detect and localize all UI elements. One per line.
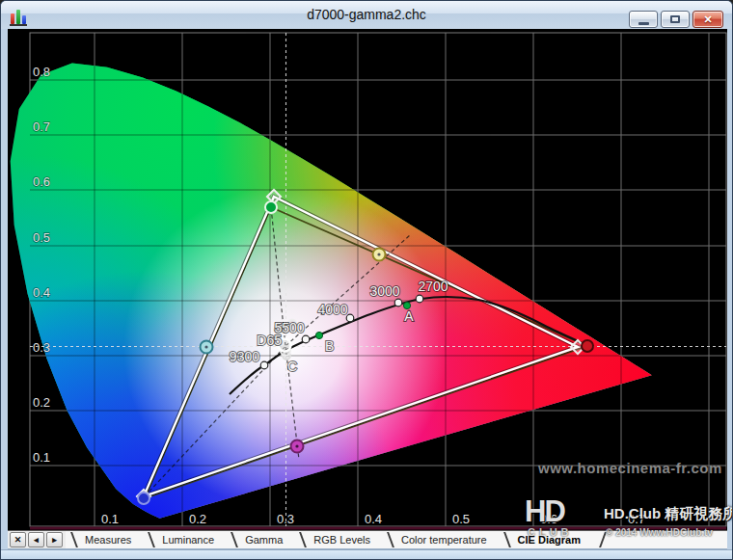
close-icon: ✕ — [693, 12, 722, 28]
minimize-button[interactable] — [629, 11, 658, 28]
svg-text:0.5: 0.5 — [452, 512, 470, 526]
svg-text:0.1: 0.1 — [33, 450, 50, 465]
tabbar-scroll-left-button[interactable]: ◂ — [28, 532, 44, 547]
window-title: d7000-gamma2.chc — [1, 1, 732, 29]
status-bar — [1, 549, 732, 560]
svg-text:9300: 9300 — [230, 349, 259, 364]
tab-gamma[interactable]: Gamma — [235, 531, 294, 548]
svg-text:0.4: 0.4 — [33, 285, 50, 300]
svg-text:0.1: 0.1 — [101, 512, 119, 526]
cie-diagram: 9300 D65 5500 4000 3000 2700 A B C 0.8 0… — [8, 29, 727, 530]
svg-text:2700: 2700 — [418, 279, 448, 294]
tab-luminance[interactable]: Luminance — [152, 531, 226, 548]
svg-text:0.4: 0.4 — [365, 512, 382, 526]
svg-text:0.3: 0.3 — [33, 340, 50, 355]
bottom-tab-bar: ✕ ◂ ▸ Measures Luminance Gamma RGB Level… — [8, 530, 727, 549]
blue-primary-marker — [138, 493, 149, 504]
close-button[interactable]: ✕ — [692, 11, 723, 28]
cie-chart-panel: 9300 D65 5500 4000 3000 2700 A B C 0.8 0… — [8, 29, 727, 530]
svg-text:0.5: 0.5 — [33, 230, 50, 245]
tab-strip: Measures Luminance Gamma RGB Levels Colo… — [66, 531, 727, 548]
tab-measures[interactable]: Measures — [75, 531, 143, 548]
svg-text:C: C — [287, 359, 297, 374]
svg-text:0.8: 0.8 — [33, 65, 50, 79]
svg-text:4000: 4000 — [317, 302, 347, 317]
tab-cie-diagram[interactable]: CIE Diagram — [508, 531, 592, 548]
tab-divider-end — [599, 532, 607, 547]
svg-text:B: B — [325, 338, 334, 354]
svg-text:0.2: 0.2 — [33, 395, 50, 410]
svg-text:0.7: 0.7 — [628, 512, 645, 526]
tab-color-temperature[interactable]: Color temperature — [392, 531, 499, 548]
app-window: d7000-gamma2.chc ✕ — [0, 0, 733, 560]
tabbar-scroll-right-button[interactable]: ▸ — [46, 532, 63, 547]
tab-nav-buttons: ✕ ◂ ▸ — [8, 531, 66, 548]
title-bar[interactable]: d7000-gamma2.chc ✕ — [1, 1, 732, 29]
maximize-icon — [670, 15, 680, 23]
homecinema-watermark: www.homecinema-fr.com — [537, 460, 722, 476]
svg-text:A: A — [404, 308, 414, 324]
svg-text:0.7: 0.7 — [33, 120, 50, 134]
svg-text:3000: 3000 — [369, 283, 399, 299]
svg-text:5500: 5500 — [274, 320, 304, 335]
tab-rgb-levels[interactable]: RGB Levels — [304, 531, 382, 548]
tabbar-close-button[interactable]: ✕ — [10, 532, 26, 547]
minimize-icon — [638, 22, 649, 25]
green-primary-marker — [265, 201, 277, 213]
maximize-button[interactable] — [661, 11, 690, 28]
svg-text:0.3: 0.3 — [277, 512, 294, 526]
svg-text:0.2: 0.2 — [189, 512, 206, 526]
red-primary-marker — [582, 340, 593, 352]
svg-text:0.6: 0.6 — [33, 174, 50, 189]
svg-text:0.6: 0.6 — [540, 512, 557, 526]
